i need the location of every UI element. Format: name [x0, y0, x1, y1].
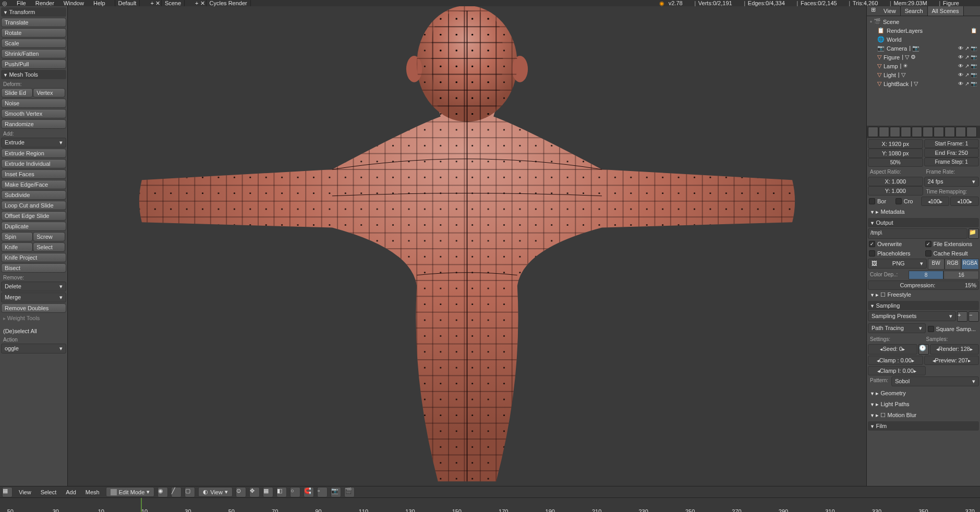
prop-scene-icon[interactable] — [890, 127, 900, 137]
prop-render-icon[interactable] — [868, 127, 878, 137]
prop-texture-icon[interactable] — [966, 127, 977, 137]
output-path[interactable]: /tmp\ — [868, 228, 967, 239]
edge-select-icon[interactable]: ╱ — [171, 487, 182, 497]
film-header[interactable]: Film — [868, 421, 979, 431]
pattern-dropdown[interactable]: Sobol▾ — [891, 376, 979, 386]
color-rgba[interactable]: RGBA — [961, 259, 979, 270]
snap-element-icon[interactable]: ▫ — [317, 487, 328, 497]
mode-dropdown[interactable]: Edit Mode ▾ — [106, 487, 155, 497]
offset-edge-slide-button[interactable]: Offset Edge Slide — [1, 211, 66, 221]
frame-step[interactable]: Frame Step: 1 — [924, 157, 979, 166]
scale-button[interactable]: Scale — [1, 39, 66, 48]
square-samples-checkbox[interactable] — [928, 326, 934, 332]
timeline-editor[interactable]: -50-30-10 103050 7090110 130150170 19021… — [0, 497, 980, 512]
add-preset-icon[interactable]: + — [957, 311, 967, 322]
aspect-x[interactable]: X: 1.000 — [868, 177, 923, 186]
menu-render[interactable]: Render — [35, 0, 54, 6]
outliner-search-tab[interactable]: Search — [901, 6, 928, 16]
view-menu[interactable]: View — [16, 488, 34, 496]
extrude-individual-button[interactable]: Extrude Individual — [1, 159, 66, 168]
outliner-allscenes-tab[interactable]: All Scenes — [928, 6, 964, 16]
timeline-cursor[interactable] — [141, 498, 142, 512]
start-frame[interactable]: Start Frame: 1 — [924, 139, 979, 148]
outliner-figure[interactable]: ▽Figure | ▽ ⚙👁 ↗ 📷 — [868, 53, 979, 62]
outliner-light[interactable]: ▽Light | ▽👁 ↗ 📷 — [868, 70, 979, 79]
layers-icon[interactable]: ▦ — [263, 487, 273, 497]
prop-world-icon[interactable] — [901, 127, 911, 137]
add-menu[interactable]: Add — [63, 488, 79, 496]
outliner-world[interactable]: 🌐World — [868, 35, 979, 44]
duplicate-button[interactable]: Duplicate — [1, 222, 66, 231]
prop-constraints-icon[interactable] — [923, 127, 933, 137]
rotate-button[interactable]: Rotate — [1, 28, 66, 38]
crop-checkbox[interactable] — [896, 198, 902, 204]
extrude-region-button[interactable]: Extrude Region — [1, 149, 66, 158]
remap-old[interactable]: ◂100▸ — [921, 197, 950, 206]
pivot-icon[interactable]: ⊙ — [236, 487, 246, 497]
knife-project-button[interactable]: Knife Project — [1, 253, 66, 262]
sampling-header[interactable]: Sampling — [868, 301, 979, 310]
transform-panel-header[interactable]: Transform — [1, 7, 66, 17]
action-toggle-dropdown[interactable]: oggle▾ — [1, 344, 66, 353]
browse-folder-icon[interactable]: 📁 — [969, 228, 979, 239]
snap-icon[interactable]: 🧲 — [304, 487, 314, 497]
clamp-direct[interactable]: ◂Clamp : 0.00▸ — [868, 356, 923, 365]
render-samples[interactable]: ◂Render: 128▸ — [930, 344, 979, 355]
outliner-lightback[interactable]: ▽LightBack | ▽👁 ↗ 📷 — [868, 79, 979, 88]
translate-button[interactable]: Translate — [1, 18, 66, 27]
manipulator-icon[interactable]: ✥ — [249, 487, 260, 497]
prop-layers-icon[interactable] — [879, 127, 889, 137]
make-edge-face-button[interactable]: Make Edge/Face — [1, 180, 66, 189]
prop-modifiers-icon[interactable] — [934, 127, 944, 137]
shrink-fatten-button[interactable]: Shrink/Fatten — [1, 49, 66, 58]
seed-clock-icon[interactable]: 🕐 — [918, 344, 929, 355]
preview-samples[interactable]: ◂Preview: 207▸ — [924, 356, 979, 365]
smooth-vertex-button[interactable]: Smooth Vertex — [1, 109, 66, 118]
depth-16[interactable]: 16 — [943, 271, 979, 279]
slide-vertex-button[interactable]: Vertex — [33, 88, 65, 97]
clamp-indirect[interactable]: ◂Clamp I: 0.00▸ — [868, 366, 926, 375]
randomize-button[interactable]: Randomize — [1, 119, 66, 129]
mesh-tools-header[interactable]: Mesh Tools — [1, 70, 66, 79]
motion-blur-header[interactable]: ▸ ☐ Motion Blur — [868, 410, 979, 420]
operator-deselect-all[interactable]: (De)select All — [1, 326, 66, 336]
light-paths-header[interactable]: ▸ Light Paths — [868, 399, 979, 409]
view-shading-dropdown[interactable]: ◐ View ▾ — [198, 487, 233, 497]
menu-window[interactable]: Window — [64, 0, 84, 6]
color-rgb[interactable]: RGB — [945, 259, 961, 270]
limit-selection-icon[interactable]: ◧ — [276, 487, 287, 497]
opengl-anim-icon[interactable]: 🎬 — [344, 487, 355, 497]
resolution-x[interactable]: X: 1920 px — [868, 139, 923, 149]
format-dropdown[interactable]: 🖼 PNG▾ — [868, 259, 927, 269]
knife-select-button[interactable]: Select — [33, 242, 65, 252]
opengl-render-icon[interactable]: 📷 — [331, 487, 341, 497]
mesh-menu[interactable]: Mesh — [82, 488, 103, 496]
noise-button[interactable]: Noise — [1, 99, 66, 108]
prop-object-icon[interactable] — [912, 127, 922, 137]
vertex-select-icon[interactable]: ◉ — [158, 487, 168, 497]
select-menu[interactable]: Select — [38, 488, 60, 496]
extrude-dropdown[interactable]: Extrude▾ — [1, 138, 66, 148]
depth-8[interactable]: 8 — [909, 271, 944, 279]
loop-cut-button[interactable]: Loop Cut and Slide — [1, 201, 66, 210]
slide-edge-button[interactable]: Slide Ed — [1, 88, 33, 97]
outliner-lamp[interactable]: ▽Lamp | ☀👁 ↗ 📷 — [868, 62, 979, 70]
fps-dropdown[interactable]: 24 fps▾ — [924, 177, 979, 187]
geometry-header[interactable]: ▸ Geometry — [868, 388, 979, 398]
knife-button[interactable]: Knife — [1, 242, 33, 252]
outliner-view-tab[interactable]: View — [879, 6, 901, 16]
freestyle-header[interactable]: ▸ ☐ Freestyle — [868, 290, 979, 300]
border-checkbox[interactable] — [869, 198, 875, 204]
prop-material-icon[interactable] — [955, 127, 966, 137]
screw-button[interactable]: Screw — [33, 232, 65, 241]
overwrite-checkbox[interactable] — [869, 241, 875, 247]
end-frame[interactable]: End Fra: 250 — [924, 148, 979, 157]
integrator-dropdown[interactable]: Path Tracing▾ — [868, 323, 926, 333]
subdivide-button[interactable]: Subdivide — [1, 190, 66, 200]
compression-slider[interactable]: Compression: 15% — [868, 281, 979, 290]
output-header[interactable]: Output — [868, 218, 979, 227]
remove-preset-icon[interactable]: − — [969, 311, 979, 322]
menu-file[interactable]: File — [17, 0, 26, 6]
delete-dropdown[interactable]: Delete▾ — [1, 282, 66, 291]
bisect-button[interactable]: Bisect — [1, 263, 66, 273]
